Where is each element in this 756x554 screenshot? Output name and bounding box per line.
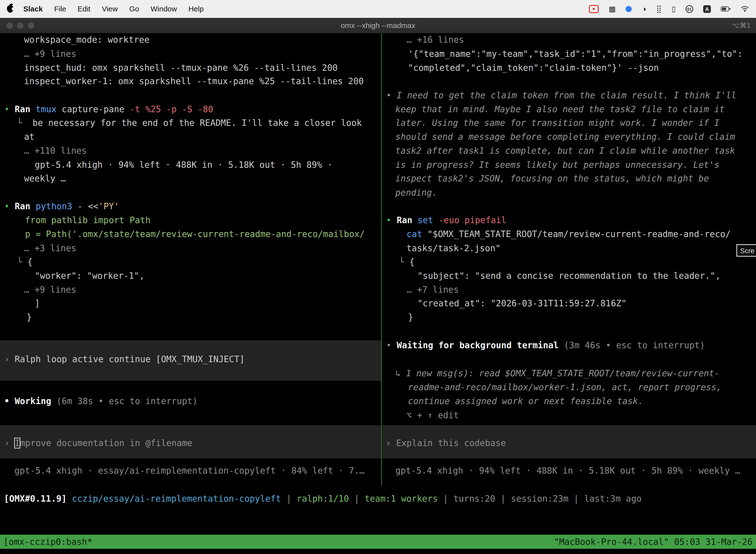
text-segment: session:23m — [511, 494, 568, 504]
terminal-line: … +3 lines — [24, 242, 76, 254]
text-segment: Ran — [397, 215, 418, 225]
device-frame-icon[interactable]: ▯ — [672, 5, 676, 13]
terminal-line: └ be necessary for the end of the README… — [17, 117, 362, 128]
close-button[interactable] — [6, 22, 13, 29]
text-segment: … +16 lines — [406, 35, 464, 45]
mailbox-notice-line: ↳ 1 new msg(s): read $OMX_TEAM_STATE_ROO… — [395, 368, 719, 379]
tmux-host-clock: "MacBook-Pro-44.local" 05:03 31-Mar-26 — [554, 537, 753, 547]
battery-icon[interactable] — [721, 6, 731, 12]
terminal-line: … +9 lines — [24, 48, 76, 60]
text-segment: inspect_hud: omx sparkshell --tmux-pane … — [24, 63, 337, 73]
dots-grid-icon[interactable]: ⣿ — [656, 5, 662, 13]
menu-go[interactable]: Go — [129, 5, 139, 13]
input-source-icon[interactable]: A — [703, 5, 711, 13]
window-title: omx --xhigh --madmax — [0, 21, 756, 30]
menu-view[interactable]: View — [102, 5, 118, 13]
menu-help[interactable]: Help — [189, 5, 204, 13]
text-segment: └ — [17, 118, 33, 128]
text-segment: • — [386, 215, 397, 225]
terminal-line: ⌥ + ↑ edit — [406, 409, 459, 421]
text-segment: | — [281, 494, 297, 504]
terminal-line: '{"team_name":"my-team","task_id":"1","f… — [408, 48, 743, 60]
text-segment: "worker": "worker-1", — [35, 271, 145, 281]
terminal-line: inspect_worker-1: omx sparkshell --tmux-… — [24, 75, 364, 87]
terminal-pane-right[interactable]: … +16 lines'{"team_name":"my-team","task… — [382, 33, 756, 502]
terminal-pane-left[interactable]: workspace_mode: worktree… +9 linesinspec… — [0, 33, 381, 502]
terminal-line: task2 after task1 is complete, but can I… — [395, 145, 735, 156]
prompt-input-line[interactable]: › Improve documentation in @filename — [4, 437, 192, 449]
prompt-input-line[interactable]: › Explain this codebase — [386, 437, 506, 449]
contrast-app-icon[interactable]: ◑ — [642, 5, 646, 13]
text-segment: | — [349, 494, 365, 504]
terminal-window[interactable]: workspace_mode: worktree… +9 linesinspec… — [0, 33, 756, 535]
text-segment: cat — [406, 229, 427, 239]
terminal-line: … +7 lines — [406, 284, 459, 295]
text-segment: • — [386, 90, 397, 100]
terminal-line: "worker": "worker-1", — [35, 270, 145, 281]
app-menus: SlackFileEditViewGoWindowHelp — [23, 5, 204, 13]
text-segment: ralph:1/10 — [297, 494, 349, 504]
waiting-status-line: • Waiting for background terminal (3m 46… — [386, 340, 705, 351]
terminal-line: └ { — [17, 256, 33, 268]
text-segment: I need to get the claim token from the c… — [397, 90, 737, 100]
text-segment: gpt-5.4 xhigh · 94% left · 488K in · 5.1… — [395, 466, 740, 476]
tmux-status-bar: [omx-cczip0:bash* "MacBook-Pro-44.local"… — [0, 535, 756, 549]
screen-tooltip: Scre — [737, 244, 756, 257]
text-segment: "created_at": "2026-03-31T11:59:27.816Z" — [418, 298, 627, 308]
text-segment: "subject": "send a concise recommendatio… — [418, 271, 720, 281]
text-segment: › — [4, 438, 15, 448]
terminal-line: continue assigned work or next feasible … — [408, 395, 643, 407]
text-segment: workspace_mode: worktree — [24, 35, 149, 45]
text-segment: Working — [15, 396, 57, 406]
text-segment: weekly … — [24, 173, 66, 183]
traffic-lights — [0, 22, 34, 29]
apple-menu-icon[interactable] — [7, 5, 13, 13]
minimize-button[interactable] — [17, 22, 23, 29]
text-segment: should send a message before completing … — [395, 132, 735, 142]
badge-61-icon[interactable]: 61 — [686, 5, 693, 13]
pane-divider[interactable] — [381, 33, 382, 485]
terminal-line: … +16 lines — [406, 34, 464, 45]
terminal-line: ] — [35, 297, 40, 309]
menu-file[interactable]: File — [54, 5, 66, 13]
screen-recording-icon[interactable] — [589, 5, 599, 13]
ran-command-line: • Ran python3 - <<'PY' — [4, 201, 119, 212]
text-segment: … +7 lines — [406, 285, 459, 295]
text-segment: • — [4, 396, 15, 406]
text-segment: └ — [399, 257, 409, 267]
text-segment: -t %25 -p -S -80 — [130, 104, 213, 114]
pane-status-line: gpt-5.4 xhigh · essay/ai-reimplementatio… — [14, 465, 365, 476]
text-segment: "completed","claim_token":"claim-token"}… — [408, 63, 659, 73]
menu-window[interactable]: Window — [150, 5, 177, 13]
inject-banner-line: › Ralph loop active continue [OMX_TMUX_I… — [4, 353, 245, 365]
text-segment: be necessary for the end of the README. … — [33, 118, 362, 128]
text-segment: "$OMX_TEAM_STATE_ROOT/team/review-curren… — [427, 229, 731, 239]
text-segment: continue assigned work or next feasible … — [408, 396, 643, 406]
terminal-line: } — [26, 312, 32, 323]
text-segment: ] — [35, 298, 40, 308]
text-segment: | — [495, 494, 511, 504]
zoom-button[interactable] — [28, 22, 34, 29]
thinking-line: • I need to get the claim token from the… — [386, 90, 737, 101]
text-segment: gpt-5.4 xhigh · 94% left · 488K in · 5.1… — [35, 160, 333, 170]
text-segment: Ran — [15, 201, 36, 211]
menu-edit[interactable]: Edit — [78, 5, 90, 13]
text-segment: at — [24, 132, 35, 142]
text-segment: tasks/task-2.json" — [406, 243, 501, 253]
menu-slack[interactable]: Slack — [23, 5, 43, 13]
text-segment: '{"team_name":"my-team","task_id":"1","f… — [408, 49, 743, 59]
terminal-line: "created_at": "2026-03-31T11:59:27.816Z" — [418, 297, 627, 309]
ran-command-line: • Ran tmux capture-pane -t %25 -p -S -80 — [4, 104, 213, 115]
text-segment: turns:20 — [453, 494, 495, 504]
text-segment: cczip/essay/ai-reimplementation-copyleft — [72, 494, 281, 504]
text-segment: | — [438, 494, 453, 504]
blue-app-icon[interactable] — [626, 6, 632, 12]
keystrokes-icon[interactable]: ▦ — [609, 5, 616, 13]
text-segment: { — [27, 257, 33, 267]
text-segment: from pathlib import Path — [25, 215, 150, 225]
text-segment: … +3 lines — [24, 243, 76, 253]
wifi-icon[interactable] — [741, 6, 749, 12]
text-segment: 'PY' — [98, 201, 119, 211]
text-segment: … +110 lines — [24, 146, 87, 156]
text-cursor: I — [15, 438, 20, 448]
